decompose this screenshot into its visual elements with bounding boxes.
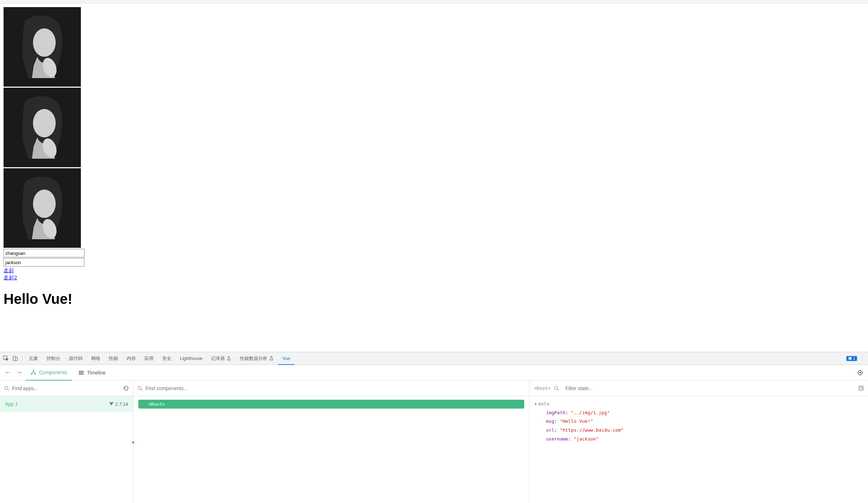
tab-recorder-label: 记录器	[211, 355, 225, 362]
tab-application[interactable]: 应用	[140, 352, 158, 365]
svg-rect-19	[79, 371, 84, 372]
state-key: username	[546, 436, 568, 442]
state-value: "https://www.baidu.com"	[560, 427, 624, 433]
subtab-components[interactable]: Components	[26, 365, 72, 381]
svg-rect-14	[15, 357, 17, 361]
svg-rect-21	[79, 374, 84, 374]
state-row-username[interactable]: username: "jackson"	[535, 435, 863, 444]
flask-icon	[269, 356, 274, 361]
component-tree: <Root>	[133, 396, 529, 412]
vue-components-panel: ◀ <Root>	[133, 381, 530, 503]
tab-recorder[interactable]: 记录器	[207, 352, 236, 365]
device-toggle-icon[interactable]	[11, 354, 20, 363]
issues-icon	[848, 356, 852, 360]
svg-point-6	[33, 109, 56, 137]
apps-search-row	[0, 381, 133, 396]
svg-point-23	[860, 372, 861, 373]
state-value: "Hello Vue!"	[560, 419, 593, 424]
app-list-item[interactable]: App 1 2.7.14	[0, 396, 133, 412]
state-value: "jackson"	[574, 436, 598, 442]
tab-memory[interactable]: 内存	[122, 352, 140, 365]
app-name-label: App 1	[5, 401, 18, 407]
page-viewport: 走起 走起2 Hello Vue!	[0, 4, 868, 352]
nav-back-button[interactable]: ←	[3, 368, 13, 378]
svg-point-25	[138, 386, 141, 389]
content-image-2	[4, 88, 81, 167]
subtab-components-label: Components	[39, 370, 67, 375]
subtab-timeline-label: Timeline	[87, 370, 105, 376]
refresh-icon[interactable]	[123, 386, 129, 391]
issues-count: 1	[853, 356, 855, 361]
state-root-breadcrumb: <Root>	[534, 386, 551, 391]
vue-devtools-subtabs: ← → Components Timeline	[0, 365, 868, 381]
tab-elements[interactable]: 元素	[24, 352, 42, 365]
select-component-button[interactable]	[855, 368, 865, 378]
devtools-panel: 元素 控制台 源代码 网络 性能 内存 应用 安全 Lighthouse 记录器…	[0, 352, 868, 503]
expand-icon[interactable]	[858, 386, 864, 391]
page-heading: Hello Vue!	[4, 291, 864, 307]
separator	[862, 355, 862, 362]
issues-badge[interactable]: 1	[846, 356, 857, 361]
nav-forward-button[interactable]: →	[14, 368, 24, 378]
state-body: ▼ data imgPath: "../img/1.jpg" msg: "Hel…	[530, 396, 868, 447]
link-1[interactable]: 走起	[4, 267, 14, 274]
state-key: url	[546, 427, 554, 433]
data-section-label: data	[538, 400, 549, 409]
tab-network[interactable]: 网络	[87, 352, 105, 365]
components-icon	[31, 370, 36, 375]
tab-performance-insights[interactable]: 性能数据分析	[236, 352, 278, 365]
tab-performance-insights-label: 性能数据分析	[240, 355, 267, 362]
text-input-1[interactable]	[4, 249, 84, 257]
panel-collapse-handle[interactable]: ◀	[131, 440, 134, 444]
svg-rect-27	[859, 386, 863, 390]
search-icon	[138, 386, 143, 391]
svg-point-10	[33, 190, 56, 218]
separator	[22, 355, 22, 362]
target-icon	[857, 370, 863, 376]
inspect-element-icon[interactable]	[1, 354, 11, 363]
search-icon	[4, 386, 9, 391]
app-version: 2.7.14	[109, 401, 128, 407]
tab-security[interactable]: 安全	[158, 352, 176, 365]
link-2[interactable]: 走起2	[4, 274, 17, 281]
flask-icon	[226, 356, 231, 361]
state-panel-header: <Root>	[530, 381, 868, 396]
state-data-section[interactable]: ▼ data	[535, 400, 863, 409]
tab-console[interactable]: 控制台	[42, 352, 65, 365]
content-image-3	[4, 168, 81, 248]
content-image-1	[4, 7, 81, 87]
state-key: imgPath	[546, 410, 565, 415]
svg-point-26	[554, 386, 558, 389]
search-icon	[554, 386, 559, 391]
state-value: "../img/1.jpg"	[571, 410, 610, 415]
tab-sources[interactable]: 源代码	[65, 352, 87, 365]
apps-search-input[interactable]	[12, 386, 123, 391]
svg-point-2	[33, 28, 56, 57]
svg-rect-20	[79, 372, 84, 373]
vue-devtools-body: App 1 2.7.14 ◀ <Root> <Root>	[0, 381, 868, 503]
svg-point-24	[5, 386, 8, 389]
timeline-icon	[78, 370, 84, 376]
svg-point-16	[33, 370, 34, 371]
text-input-2[interactable]	[4, 258, 84, 267]
vue-state-panel: <Root> ▼ data imgPath: "../img/1.jpg" ms…	[530, 381, 868, 503]
components-search-input[interactable]	[145, 386, 525, 391]
tab-performance[interactable]: 性能	[105, 352, 122, 365]
vue-logo-icon	[109, 401, 114, 406]
tab-vue[interactable]: Vue	[278, 352, 295, 365]
vue-apps-panel: App 1 2.7.14	[0, 381, 133, 503]
caret-down-icon: ▼	[535, 401, 537, 408]
state-row-msg[interactable]: msg: "Hello Vue!"	[535, 417, 863, 426]
vue-version-text: 2.7.14	[115, 401, 128, 407]
tab-lighthouse[interactable]: Lighthouse	[176, 352, 207, 365]
state-key: msg	[546, 419, 554, 424]
state-row-imgpath[interactable]: imgPath: "../img/1.jpg"	[535, 409, 863, 417]
subtab-timeline[interactable]: Timeline	[73, 365, 110, 381]
state-filter-input[interactable]	[565, 386, 855, 391]
state-row-url[interactable]: url: "https://www.baidu.com"	[535, 426, 863, 435]
svg-rect-15	[848, 357, 851, 360]
devtools-tab-bar: 元素 控制台 源代码 网络 性能 内存 应用 安全 Lighthouse 记录器…	[0, 352, 868, 365]
devtools-right-controls: 1	[846, 355, 867, 362]
component-node-root[interactable]: <Root>	[138, 400, 524, 409]
components-search-row	[133, 381, 529, 396]
